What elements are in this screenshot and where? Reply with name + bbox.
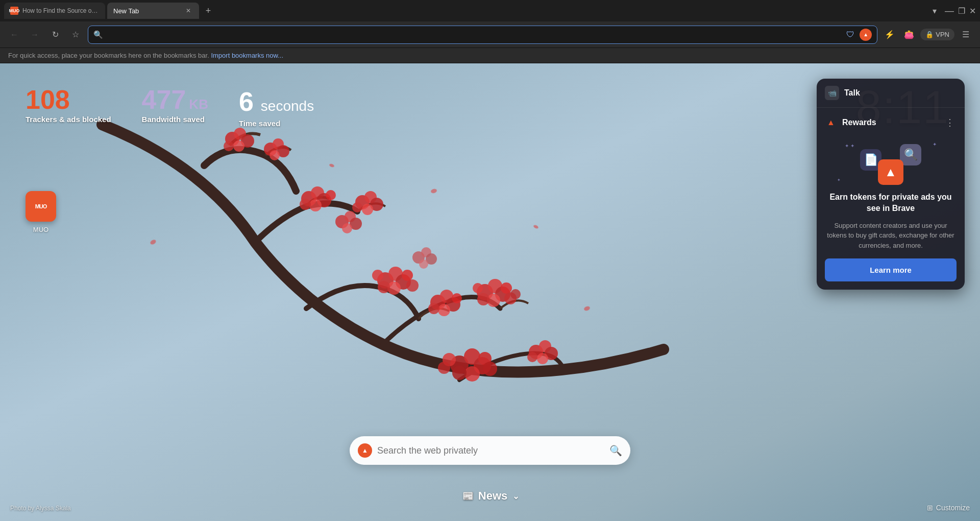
svg-point-20 xyxy=(352,202,362,212)
svg-point-43 xyxy=(510,289,521,299)
customize-icon: ⊞ xyxy=(927,504,933,512)
shortcut-muo-icon: MUO xyxy=(26,191,56,222)
wallet-button[interactable]: 👛 xyxy=(901,27,917,43)
time-label: Time saved xyxy=(239,119,314,128)
search-icon: 🔍 xyxy=(93,30,103,39)
svg-point-28 xyxy=(372,270,383,281)
news-chevron-icon: ⌄ xyxy=(512,491,519,501)
time-number: 6 xyxy=(239,86,254,117)
back-button[interactable]: ← xyxy=(6,27,22,43)
svg-point-40 xyxy=(501,282,512,294)
forward-button[interactable]: → xyxy=(27,27,43,43)
search-input[interactable] xyxy=(377,445,604,456)
news-bar[interactable]: 📰 News ⌄ xyxy=(461,489,519,503)
search-bar[interactable]: ▲ 🔍 xyxy=(350,436,630,465)
time-number-row: 6 seconds xyxy=(239,86,314,117)
svg-point-63 xyxy=(483,362,497,376)
svg-point-48 xyxy=(527,352,537,362)
svg-point-26 xyxy=(402,270,413,281)
trackers-count: 108 xyxy=(26,86,111,113)
tab-close-button[interactable]: ✕ xyxy=(184,6,193,15)
talk-label: Talk xyxy=(844,88,860,98)
window-close-button[interactable]: ✕ xyxy=(969,6,976,16)
customize-label: Customize xyxy=(936,504,970,512)
brave-shield-button[interactable]: 🛡 xyxy=(844,29,856,41)
shortcut-muo-text: MUO xyxy=(33,226,48,233)
address-input[interactable] xyxy=(106,31,841,39)
svg-point-15 xyxy=(326,190,336,200)
svg-point-39 xyxy=(477,293,489,305)
reload-button[interactable]: ↻ xyxy=(47,27,63,43)
bandwidth-number-row: 477 KB xyxy=(142,86,208,113)
svg-point-52 xyxy=(419,259,428,269)
trackers-stat: 108 Trackers & ads blocked xyxy=(26,86,111,124)
navigation-bar: ← → ↻ ☆ 🔍 🛡 ▲ ⚡ 👛 🔒 VPN ☰ xyxy=(0,21,980,48)
svg-point-61 xyxy=(452,366,467,380)
rewards-more-button[interactable]: ⋮ xyxy=(943,115,957,130)
import-bookmarks-link[interactable]: Import bookmarks now... xyxy=(211,52,283,59)
bookmarks-bar: For quick access, place your bookmarks h… xyxy=(0,48,980,63)
svg-point-25 xyxy=(378,281,390,293)
bandwidth-label: Bandwidth saved xyxy=(142,115,208,124)
stats-section: 108 Trackers & ads blocked 477 KB Bandwi… xyxy=(26,86,314,128)
vpn-button[interactable]: 🔒 VPN xyxy=(920,29,954,40)
rewards-illustration: ✦ ✦ ✦ ✦ 📄 🔍 ▲ xyxy=(817,135,965,192)
brave-search-icon: ▲ xyxy=(358,443,372,458)
deco-dots-right: ✦ xyxy=(933,141,937,147)
forward-icon: → xyxy=(31,30,39,39)
talk-icon: 📹 xyxy=(825,86,839,100)
news-icon: 📰 xyxy=(461,489,475,503)
news-label: News xyxy=(478,489,507,503)
svg-point-56 xyxy=(342,223,352,233)
rewards-bat-button[interactable]: ▲ xyxy=(860,29,872,41)
vpn-icon: 🔒 xyxy=(925,31,934,38)
deco-dots-bottom: ✦ xyxy=(837,178,841,182)
svg-point-9 xyxy=(270,150,280,160)
time-unit: seconds xyxy=(261,98,314,114)
svg-point-42 xyxy=(473,283,483,293)
search-bar-container: ▲ 🔍 xyxy=(350,436,630,465)
svg-point-60 xyxy=(464,366,480,382)
minimize-button[interactable]: — xyxy=(945,6,954,16)
deco-dots-left: ✦ ✦ xyxy=(845,143,854,149)
bookmark-icon: ☆ xyxy=(72,30,79,39)
tab-inactive[interactable]: MUO How to Find the Source of a Video... xyxy=(4,3,105,19)
tab-active[interactable]: New Tab ✕ xyxy=(107,3,199,19)
extensions-button[interactable]: ⚡ xyxy=(881,27,898,43)
trackers-label: Trackers & ads blocked xyxy=(26,115,111,124)
tab-label-active: New Tab xyxy=(113,7,139,15)
search-submit-icon[interactable]: 🔍 xyxy=(609,444,622,457)
browser-chrome: MUO How to Find the Source of a Video...… xyxy=(0,0,980,63)
time-stat: 6 seconds Time saved xyxy=(239,86,314,128)
svg-point-33 xyxy=(428,303,439,314)
svg-point-5 xyxy=(224,141,234,151)
rewards-earn-text: Earn tokens for private ads you see in B… xyxy=(817,192,965,219)
rewards-illustration-icons: 📄 🔍 ▲ xyxy=(860,144,921,185)
reload-icon: ↻ xyxy=(52,30,59,39)
svg-point-32 xyxy=(438,304,450,316)
tab-bar-right: ▾ — ❐ ✕ xyxy=(933,6,976,16)
bandwidth-number: 477 xyxy=(142,86,186,113)
customize-button[interactable]: ⊞ Customize xyxy=(927,504,970,512)
tab-label-inactive: How to Find the Source of a Video... xyxy=(22,7,99,14)
bookmark-button[interactable]: ☆ xyxy=(67,27,84,43)
bandwidth-stat: 477 KB Bandwidth saved xyxy=(142,86,208,124)
vpn-label: VPN xyxy=(936,31,949,38)
maximize-button[interactable]: ❐ xyxy=(958,6,965,16)
learn-more-button[interactable]: Learn more xyxy=(825,258,957,281)
address-bar[interactable]: 🔍 🛡 ▲ xyxy=(88,26,877,44)
illus-brave-icon: ▲ xyxy=(878,159,903,185)
address-bar-icons: 🛡 ▲ xyxy=(844,29,872,41)
shortcut-muo-label: MUO xyxy=(35,203,47,209)
menu-button[interactable]: ☰ xyxy=(958,27,974,43)
tab-list-icon[interactable]: ▾ xyxy=(933,6,937,16)
rewards-desc-text: Support content creators and use your to… xyxy=(817,219,965,259)
svg-point-4 xyxy=(233,140,244,152)
svg-point-47 xyxy=(537,353,548,364)
shortcut-muo[interactable]: MUO MUO xyxy=(26,191,56,233)
talk-section[interactable]: 📹 Talk xyxy=(817,79,965,108)
photo-credit: Photo by Alyssa Skala xyxy=(10,505,71,512)
bandwidth-unit: KB xyxy=(189,97,208,112)
new-tab-button[interactable]: + xyxy=(201,4,215,18)
svg-point-13 xyxy=(309,199,322,211)
